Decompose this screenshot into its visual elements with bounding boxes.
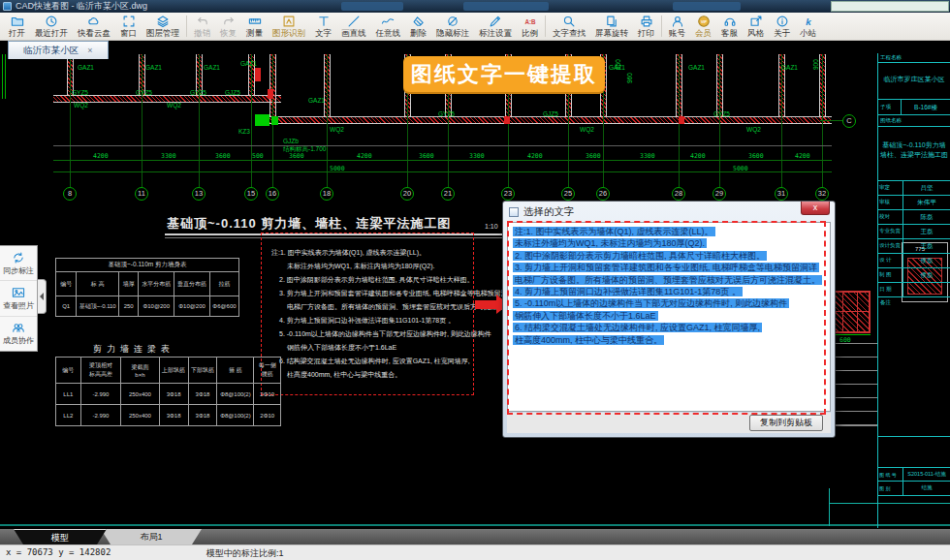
status-bar: x = 70673 y = 142802 模型中的标注比例:1: [0, 544, 950, 560]
axis-bubble: 20: [400, 187, 414, 201]
member-collab-button[interactable]: 成员协作: [0, 317, 37, 351]
axis: 11: [135, 54, 148, 202]
toolbar-open-button[interactable]: 打开: [4, 13, 30, 40]
window-corners-icon: [122, 15, 136, 28]
column-marker-red: [268, 89, 273, 99]
beam-table-title: 剪力墙连梁表: [93, 343, 174, 356]
toolbar-annotation-settings-button[interactable]: 标注设置: [474, 13, 517, 40]
toolbar-delete-button[interactable]: 删除: [405, 13, 431, 40]
open-folder-icon: [11, 15, 24, 28]
promo-banner: 图纸文字一键提取: [403, 56, 605, 92]
dimension-text: 3300: [469, 153, 485, 160]
ruler-icon: [248, 15, 262, 28]
collab-side-panel: 同步标注 查看照片 成员协作: [0, 245, 38, 352]
toolbar-shape-recognition-button[interactable]: 图形识别: [268, 13, 310, 40]
toolbar-cloud-drive-button[interactable]: 快看云盘: [73, 13, 115, 40]
note-line: 3. 剪力墙上开洞和预留套管详建筑图和各专业图纸, 电梯呼梯盒等电梯预留洞详: [271, 287, 509, 300]
toolbar-undo-button[interactable]: 撤销: [189, 13, 215, 40]
eraser-icon: [412, 15, 426, 28]
toolbar-separator: [186, 16, 187, 37]
toolbar-about-button[interactable]: 关于: [769, 13, 795, 40]
dialog-titlebar[interactable]: 选择的文字: [503, 202, 835, 222]
axis-line: [251, 54, 252, 187]
toolbar-account-button[interactable]: 账号: [664, 13, 690, 40]
sheet-border-line: [829, 488, 830, 526]
layout-tab-strip: 布局1 模型: [0, 529, 950, 544]
scale-note: 1:10: [485, 223, 498, 230]
selected-line: 钢筋伸入下部墙体长度不小于1.6LaE: [513, 311, 658, 321]
project-name: 临沂市罗庄区某小区: [878, 63, 950, 100]
axis-line: [327, 54, 328, 187]
toolbar-hide-annotations-button[interactable]: 隐藏标注: [431, 13, 474, 40]
titlebar-search-box[interactable]: [831, 1, 949, 12]
window-titlebar: CAD快速看图 - 临沂市某小区.dwg: [0, 0, 950, 13]
toolbar-layer-manager-button[interactable]: 图层管理: [142, 13, 184, 40]
dialog-text-area[interactable]: 注:1. 图中实线表示为墙体(Q1), 虚线表示连梁(LL)。 未标注外墙均为W…: [507, 222, 831, 412]
toolbar-draw-line-button[interactable]: 画直线: [336, 13, 371, 40]
column-marker-red: [504, 116, 510, 124]
line-icon: [347, 15, 361, 28]
wall-table-title: 基础顶~-0.110m 剪力墙身表: [56, 259, 239, 272]
wall-label: GYZ5: [190, 89, 206, 96]
info-icon: [776, 15, 789, 28]
copy-to-clipboard-button[interactable]: 复制到剪贴板: [749, 415, 823, 431]
sync-annotations-button[interactable]: 同步标注: [0, 246, 37, 281]
panel-collapse-handle[interactable]: [38, 279, 47, 314]
axis: 8: [63, 54, 77, 202]
dimension-line: [53, 160, 832, 161]
wall-label: 950: [615, 59, 621, 70]
project-name-label: 工程名称: [878, 53, 950, 63]
beam-table: 编号 梁顶相对 标高高差 梁截面 b×h 上部纵筋 下部纵筋 箍 筋 每一侧 腰…: [55, 357, 281, 426]
wall-label: WQ2: [580, 126, 594, 133]
toolbar-style-button[interactable]: 风格: [743, 13, 769, 40]
style-switch-icon: [749, 15, 763, 28]
toolbar-scale-button[interactable]: A:B 比例: [517, 13, 543, 40]
dimension-text: 4200: [527, 153, 543, 160]
wall-label: GYZ5: [438, 110, 455, 117]
column-detail-line: [842, 291, 843, 333]
toolbar-text-search-button[interactable]: 文字查找: [548, 13, 590, 40]
axis-bubble: 13: [192, 187, 206, 201]
dialog-doc-icon: [509, 207, 519, 217]
remark-box: [878, 311, 950, 437]
selected-line: 柱高度400mm, 柱中心与梁中线重合。: [513, 335, 664, 345]
tab-model[interactable]: 模型: [14, 529, 107, 544]
toolbar-freehand-line-button[interactable]: 任意线: [371, 13, 406, 40]
axis-line: [70, 54, 71, 187]
toolbar-window-button[interactable]: 窗口: [115, 13, 142, 40]
selected-line: 5. -0.110m以上墙体的边缘构件当下部无对应边缘构件时, 则此边缘构件: [513, 298, 789, 308]
pencil-settings-icon: [489, 15, 502, 28]
main-toolbar: 打开 最近打开 快看云盘 窗口 图层管理 撤销 恢复 测量 图形识别 文字 画直…: [0, 13, 950, 41]
dialog-close-button[interactable]: x: [801, 202, 830, 215]
document-tab-close-icon[interactable]: ×: [87, 46, 92, 55]
note-line: 未标注外墙均为WQ1, 未标注内墙均为180厚(Q2).: [271, 260, 509, 273]
toolbar-site-button[interactable]: k 小站: [795, 13, 821, 40]
column-marker-red: [255, 68, 261, 81]
toolbar-print-button[interactable]: 打印: [633, 13, 659, 40]
tab-layout1[interactable]: 布局1: [101, 529, 202, 544]
toolbar-screen-rotate-button[interactable]: 屏幕旋转: [590, 13, 633, 40]
wall-label: GAZ1: [78, 64, 94, 71]
axis: 28: [672, 54, 685, 202]
toolbar-text-button[interactable]: 文字: [310, 13, 336, 40]
axis-bubble: 18: [320, 187, 333, 201]
document-tab-label: 临沂市某小区: [23, 45, 79, 57]
slab-edge-line: [53, 145, 832, 146]
wall-label: GAZ1: [145, 64, 162, 71]
extracted-text-dialog: 选择的文字 x 注:1. 图中实线表示为墙体(Q1), 虚线表示连梁(LL)。 …: [502, 201, 836, 438]
document-tab[interactable]: 临沂市某小区 ×: [8, 41, 109, 59]
toolbar-vip-button[interactable]: VIP 会员: [690, 13, 716, 40]
toolbar-separator: [661, 16, 662, 37]
wall-label: WQ2: [746, 126, 761, 133]
toolbar-measure-button[interactable]: 测量: [241, 13, 268, 40]
view-photos-button[interactable]: 查看照片: [0, 281, 37, 316]
layers-icon: [156, 15, 170, 28]
dimension-text: 3600: [215, 153, 231, 160]
toolbar-redo-button[interactable]: 恢复: [215, 13, 241, 40]
toolbar-recent-open-button[interactable]: 最近打开: [30, 13, 73, 40]
toolbar-support-button[interactable]: 客服: [716, 13, 743, 40]
wall-label: WQ2: [167, 102, 181, 109]
wall-label: WQ2: [330, 126, 344, 133]
cloud-icon: [87, 15, 101, 28]
personnel-row: 校对 陈磊: [878, 210, 950, 225]
